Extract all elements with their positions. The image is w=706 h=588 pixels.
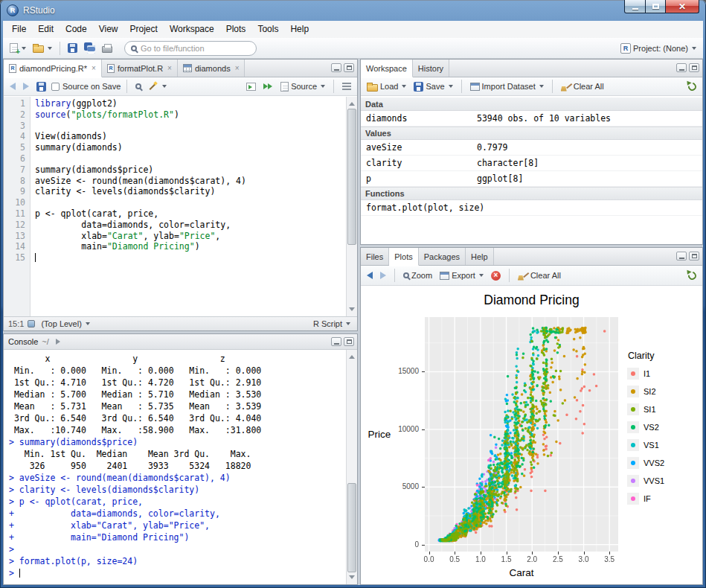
- import-dataset-button[interactable]: Import Dataset: [468, 78, 546, 95]
- maximize-pane-icon[interactable]: [344, 63, 354, 72]
- tab-diamonds[interactable]: diamonds×: [178, 60, 246, 77]
- x-tick-mark: [532, 552, 533, 555]
- maximize-window-icon[interactable]: [646, 0, 666, 13]
- code-line: summary(diamonds$price): [35, 164, 346, 176]
- save-source-button[interactable]: [34, 78, 48, 95]
- tab-packages[interactable]: Packages: [419, 248, 466, 265]
- source-status-bar: 15:1 (Top Level) R Script: [4, 316, 357, 330]
- maximize-pane-icon[interactable]: [689, 252, 699, 261]
- save-all-button[interactable]: [82, 40, 97, 57]
- load-workspace-button[interactable]: Load: [365, 78, 408, 95]
- legend-dot-icon: [631, 479, 635, 483]
- minimize-pane-icon[interactable]: [676, 252, 687, 261]
- minimize-pane-icon[interactable]: [331, 63, 341, 72]
- menu-view[interactable]: View: [93, 21, 124, 38]
- run-line-button[interactable]: [244, 78, 258, 95]
- goto-file-search[interactable]: [124, 41, 257, 56]
- remove-plot-button[interactable]: [489, 267, 503, 284]
- source-on-save-checkbox[interactable]: [51, 83, 60, 91]
- save-icon: [36, 82, 46, 92]
- object-name: aveSize: [366, 142, 402, 153]
- zoom-plot-button[interactable]: Zoom: [401, 267, 434, 284]
- print-button[interactable]: [100, 40, 115, 57]
- console-scrollbar[interactable]: [346, 350, 357, 584]
- x-tick-mark: [584, 552, 585, 555]
- tab-formatplot-r[interactable]: RformatPlot.R×: [102, 60, 178, 77]
- tab-plots[interactable]: Plots: [389, 248, 418, 266]
- menu-tools[interactable]: Tools: [251, 21, 284, 38]
- workspace-row[interactable]: diamonds53940 obs. of 10 variables: [361, 111, 702, 127]
- tab-diamondpricing-r[interactable]: RdiamondPricing.R*×: [4, 60, 102, 77]
- next-plot-button[interactable]: [378, 267, 388, 284]
- find-button[interactable]: [133, 78, 144, 95]
- workspace-row[interactable]: claritycharacter[8]: [361, 156, 702, 171]
- minimize-window-icon[interactable]: [624, 0, 646, 13]
- console-pane: Console ~/ x y z Min. : 0.000 Min. : 0.0…: [3, 333, 358, 585]
- refresh-plot-button[interactable]: [686, 267, 699, 284]
- workspace-row[interactable]: aveSize0.7979: [361, 140, 702, 156]
- source-button[interactable]: Source: [278, 78, 327, 95]
- menu-plots[interactable]: Plots: [220, 21, 252, 38]
- open-file-button[interactable]: [31, 40, 54, 57]
- menu-edit[interactable]: Edit: [32, 21, 60, 38]
- cursor-position: 15:1: [8, 319, 24, 328]
- pane-layout: RdiamondPricing.R*×RformatPlot.R×diamond…: [3, 59, 703, 585]
- menu-code[interactable]: Code: [60, 21, 93, 38]
- close-window-icon[interactable]: ✕: [666, 0, 699, 13]
- x-tick-mark: [558, 552, 559, 555]
- menu-workspace[interactable]: Workspace: [164, 21, 220, 38]
- minimize-pane-icon[interactable]: [331, 337, 341, 346]
- tab-label: Workspace: [366, 64, 407, 73]
- code-line: main="Diamond Pricing"): [35, 241, 346, 252]
- outline-button[interactable]: [340, 78, 353, 95]
- title-bar[interactable]: R RStudio ✕: [0, 0, 706, 21]
- previous-plot-button[interactable]: [365, 267, 375, 284]
- goto-directory-icon[interactable]: [56, 339, 63, 345]
- editor-scrollbar[interactable]: [346, 97, 357, 316]
- tab-help[interactable]: Help: [466, 248, 494, 265]
- code-editor[interactable]: 123456789101112131415 library(ggplot2)so…: [4, 97, 346, 316]
- workspace-row[interactable]: format.plot(plot, size): [361, 200, 702, 216]
- legend-item: VVS1: [627, 472, 664, 490]
- tab-files[interactable]: Files: [361, 248, 389, 265]
- maximize-pane-icon[interactable]: [344, 337, 354, 346]
- console-line: > p <- qplot(carat, price,: [9, 496, 346, 508]
- nav-back-button[interactable]: [7, 78, 18, 95]
- menu-file[interactable]: File: [6, 21, 32, 38]
- minimize-pane-icon[interactable]: [676, 63, 687, 72]
- console-line: Max. :10.740 Max. :58.900 Max. :31.800: [9, 424, 346, 436]
- file-type-selector[interactable]: R Script: [311, 316, 353, 331]
- menu-project[interactable]: Project: [124, 21, 164, 38]
- legend-label: VS2: [644, 423, 659, 432]
- close-tab-icon[interactable]: ×: [92, 64, 96, 72]
- save-workspace-button[interactable]: Save: [411, 78, 455, 95]
- tab-workspace[interactable]: Workspace: [361, 60, 413, 77]
- clear-plots-button[interactable]: Clear All: [516, 267, 563, 284]
- close-tab-icon[interactable]: ×: [235, 64, 240, 72]
- workspace-row[interactable]: pggplot[8]: [361, 171, 702, 187]
- menu-help[interactable]: Help: [284, 21, 315, 38]
- y-tick-label: 0: [361, 540, 419, 549]
- rerun-button[interactable]: [261, 78, 275, 95]
- export-plot-button[interactable]: Export: [437, 267, 486, 284]
- clear-workspace-button[interactable]: Clear All: [559, 78, 606, 95]
- project-selector[interactable]: R Project: (None): [618, 40, 699, 57]
- maximize-pane-icon[interactable]: [689, 63, 699, 72]
- tab-label: diamondPricing.R*: [19, 64, 87, 73]
- close-tab-icon[interactable]: ×: [167, 64, 172, 72]
- legend-label: VVS1: [644, 476, 664, 485]
- nav-forward-button[interactable]: [21, 78, 31, 95]
- tab-history[interactable]: History: [413, 60, 449, 77]
- scope-selector[interactable]: (Top Level): [39, 316, 92, 331]
- editor-code[interactable]: library(ggplot2)source("plots/formatPlot…: [31, 97, 346, 316]
- refresh-workspace-button[interactable]: [686, 78, 699, 95]
- forward-arrow-icon: [380, 272, 386, 279]
- code-line: clarity <- levels(diamonds$clarity): [35, 186, 346, 197]
- console-output[interactable]: x y z Min. : 0.000 Min. : 0.000 Min. : 0…: [4, 350, 346, 584]
- goto-file-input[interactable]: [141, 44, 250, 53]
- code-tools-button[interactable]: [147, 78, 169, 95]
- new-file-button[interactable]: [7, 40, 28, 57]
- plot-chart: Diamond Pricing Price Carat Clarity I1SI…: [361, 287, 702, 584]
- save-button[interactable]: [65, 40, 80, 57]
- legend-key: [627, 457, 639, 469]
